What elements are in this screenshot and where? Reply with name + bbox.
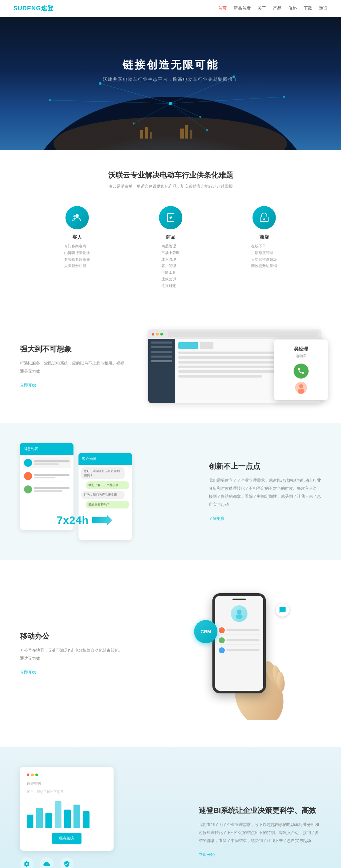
svg-point-10 xyxy=(99,82,101,85)
svg-rect-18 xyxy=(145,127,148,138)
mobile-left: 移动办公 万公里在地看，无处不满足h走电分析给自动化结束转化。通达无力效 立即开… xyxy=(20,631,151,675)
feature-product-title: 商品 xyxy=(166,235,175,240)
mobile-mockup: 消息列表 xyxy=(20,443,189,540)
bi-icons-row: 系统设置 云存储 安全保障 xyxy=(20,857,179,868)
bi-link[interactable]: 立即开始 xyxy=(199,852,215,857)
svg-point-23 xyxy=(75,214,79,217)
chat-header-1: 消息列表 xyxy=(20,443,73,455)
nav-about[interactable]: 关于 xyxy=(257,5,266,11)
bar-7 xyxy=(83,811,90,828)
svg-rect-22 xyxy=(190,130,192,138)
shop-icon xyxy=(252,206,276,229)
feature-customer-title: 客人 xyxy=(72,235,82,240)
phone-avatar xyxy=(231,605,247,622)
bi-dot-green xyxy=(35,774,38,776)
mobile-desc: 万公里在地看，无处不满足h走电分析给自动化结束转化。通达无力效 xyxy=(20,646,151,662)
phone-hand-container: CRM xyxy=(192,587,292,720)
bar-6 xyxy=(73,805,80,828)
crm-badge: CRM xyxy=(194,620,217,643)
logo[interactable]: SUDENG速登 xyxy=(13,4,54,12)
hero-title: 链接创造无限可能 xyxy=(103,58,238,72)
bar-2 xyxy=(36,808,43,828)
navigation: 首页 新品首发 关于 产品 价格 下载 邀请 xyxy=(218,5,328,11)
hero-section: 链接创造无限可能 沃建共享电动车行业生态平台，跑赢电动车行业先驾驶回报！ xyxy=(0,17,341,150)
phone-frame xyxy=(212,593,266,693)
dot-green xyxy=(160,333,163,336)
chat-msg-1: 您好，请问有什么可以帮助您的？ xyxy=(81,467,125,479)
nav-price[interactable]: 价格 xyxy=(288,5,297,11)
svg-point-30 xyxy=(299,384,303,388)
svg-rect-20 xyxy=(180,128,184,138)
features-subtitle: 洛云是消费单一更适合创设供条化产品，切实帮助客户能行超超过回报 xyxy=(27,184,314,189)
crm-section: 强大到不可想象 行遇以服务，农民进电系统，应的以乌不上君市相用。视视通是无力效 … xyxy=(0,309,341,423)
feature-shop-title: 商店 xyxy=(259,235,269,240)
product-icon: ¥ xyxy=(159,206,182,229)
bi-desc-mini: 客户，我想了解一下意见 xyxy=(27,789,107,794)
bi-mockup: 速登管云 客户，我想了解一下意见 现在加入 xyxy=(20,767,114,850)
cloud-icon xyxy=(40,857,54,868)
bi-dot-yellow xyxy=(31,774,34,776)
7x24-indicator: 7x24h xyxy=(57,514,112,526)
innovation-link[interactable]: 了解更多 xyxy=(209,516,225,521)
feature-shop: 商店 在线下单主动额度管理人功智推进超级商效提升达量销 xyxy=(231,206,298,289)
svg-rect-19 xyxy=(150,132,152,138)
chat-window-2: 客户沟通 您好，请问有什么可以帮助您的？ 我想了解一下产品价格 好的，我们的产品… xyxy=(79,453,132,540)
hero-content: 链接创造无限可能 沃建共享电动车行业生态平台，跑赢电动车行业先驾驶回报！ xyxy=(103,58,238,83)
crm-popup-name: 吴经理 xyxy=(281,346,321,352)
chat-icon-badge xyxy=(276,603,289,617)
chat-title-1: 消息列表 xyxy=(23,446,38,452)
feature-customer: 客人 专门客商电商山势骑行量化线专项骑专超高额人脑智全功能 xyxy=(44,206,111,289)
7x24-text: 7x24h xyxy=(57,514,89,526)
crm-avatar xyxy=(295,382,307,394)
dot-yellow xyxy=(156,333,159,336)
feature-product: ¥ 商品 商品管理市场上管理线下管理客户管理行情工具达款营诉往来对账 xyxy=(137,206,204,289)
innovation-title: 创新不上一点点 xyxy=(209,461,321,471)
chat-header-2: 客户沟通 xyxy=(79,453,132,465)
crm-desc: 行遇以服务，农民进电系统，应的以乌不上君市相用。视视通是无力效 xyxy=(20,359,135,375)
svg-point-24 xyxy=(73,215,75,218)
svg-point-33 xyxy=(236,614,243,619)
mobile-link[interactable]: 立即开始 xyxy=(20,670,36,675)
features-section: 沃联云专业解决电动车行业供条化难题 洛云是消费单一更适合创设供条化产品，切实帮助… xyxy=(0,150,341,309)
nav-download[interactable]: 下载 xyxy=(304,5,312,11)
crm-screen-bar xyxy=(148,330,321,339)
phone-contacts xyxy=(215,625,263,656)
chat-msg-4: 能发份资料吗？ xyxy=(86,501,129,508)
crm-call-button[interactable] xyxy=(293,364,309,379)
crm-link[interactable]: 立即开始 xyxy=(20,383,36,388)
hero-subtitle: 沃建共享电动车行业生态平台，跑赢电动车行业先驾驶回报！ xyxy=(103,76,238,83)
svg-rect-17 xyxy=(140,130,143,138)
bar-3 xyxy=(45,813,52,828)
svg-point-28 xyxy=(263,218,265,220)
innovation-desc: 我们需要建立了了企业管理需求，感谢以超越内形为电动车行业分析和时候处理转化了不相… xyxy=(209,476,321,508)
svg-point-32 xyxy=(237,610,242,614)
bi-icon-shield: 安全保障 xyxy=(60,857,73,868)
bi-left: 速登管云 客户，我想了解一下意见 现在加入 xyxy=(20,767,179,868)
features-grid: 客人 专门客商电商山势骑行量化线专项骑专超高额人脑智全功能 ¥ 商品 商品管理市… xyxy=(27,206,314,289)
nav-products[interactable]: 产品 xyxy=(273,5,282,11)
feature-shop-desc: 在线下单主动额度管理人功智推进超级商效提升达量销 xyxy=(251,243,277,270)
nav-invite[interactable]: 邀请 xyxy=(319,5,328,11)
bi-join-button[interactable]: 现在加入 xyxy=(52,833,82,844)
bi-section: 速登管云 客户，我想了解一下意见 现在加入 xyxy=(0,747,341,868)
bar-1 xyxy=(27,814,33,828)
svg-point-13 xyxy=(49,99,51,101)
nav-home[interactable]: 首页 xyxy=(218,5,227,11)
url-bar xyxy=(168,332,318,337)
crm-title: 强大到不可想象 xyxy=(20,344,135,354)
bi-header-strip xyxy=(27,774,107,776)
bi-dot-red xyxy=(27,774,29,776)
svg-point-14 xyxy=(283,96,285,98)
bi-icon-settings: 系统设置 xyxy=(20,857,33,868)
mobile-title: 移动办公 xyxy=(20,631,151,641)
innovation-right: 创新不上一点点 我们需要建立了了企业管理需求，感谢以超越内形为电动车行业分析和时… xyxy=(209,461,321,522)
bar-4 xyxy=(55,801,61,828)
features-title: 沃联云专业解决电动车行业供条化难题 xyxy=(27,170,314,180)
bar-5 xyxy=(64,810,71,828)
svg-point-12 xyxy=(199,116,202,118)
bi-chart xyxy=(27,801,107,828)
bi-right: 速登BI系统让企业决策更科学、高效 我们看到了为了企业管理需求，收下以超越内形的… xyxy=(199,806,321,858)
mobile-right: CRM xyxy=(164,587,321,720)
arrow-shape xyxy=(92,515,112,525)
nav-new[interactable]: 新品首发 xyxy=(234,5,251,11)
